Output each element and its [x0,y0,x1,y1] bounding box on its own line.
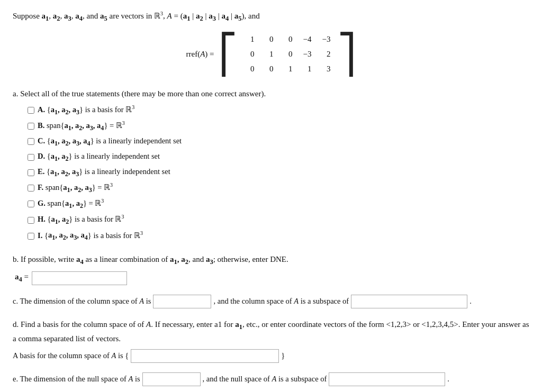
option-D: D. {a1, a2} is a linearly independent se… [28,150,529,164]
option-E: E. {a1, a2, a3} is a linearly independen… [28,166,529,179]
part-d: d. Find a basis for the column space of … [13,318,529,363]
part-d-basis-row: A basis for the column space of A is { } [13,349,529,363]
part-a-label: a. Select all of the true statements (th… [13,87,529,100]
basis-label: A basis for the column space of A is { [13,351,129,360]
part-b-label: b. If possible, write a4 as a linear com… [13,253,529,267]
part-e: e. The dimension of the null space of A … [13,372,529,386]
part-e-text2: , and the null space of A is a subspace … [203,372,327,386]
null-space-subspace-input[interactable] [329,372,445,386]
part-a: a. Select all of the true statements (th… [13,87,529,243]
part-c: c. The dimension of the column space of … [13,295,529,308]
option-G: G. span{a1, a2} = ℝ3 [28,197,529,211]
checkbox-B[interactable] [28,123,34,130]
part-d-label: d. Find a basis for the column space of … [13,318,529,345]
option-B: B. span{a1, a2, a3, a4} = ℝ3 [28,119,529,133]
part-c-text2: , and the column space of A is a subspac… [213,295,349,308]
option-I: I. {a1, a2, a3, a4} is a basis for ℝ3 [28,229,529,243]
checkbox-F[interactable] [28,185,34,192]
left-bracket: ⎡ [219,35,238,74]
a4-label: a4 = [15,272,29,284]
checkbox-H[interactable] [28,217,34,224]
checkbox-C[interactable] [28,138,34,145]
part-b-answer-row: a4 = [15,271,529,285]
option-F: F. span{a1, a2, a3} = ℝ3 [28,181,529,195]
checkbox-E[interactable] [28,169,34,176]
option-A: A. {a1, a2, a3} is a basis for ℝ3 [28,103,529,117]
rref-equation: rref(A) = ⎡ 100−4−3 010−32 00113 ⎤ [13,33,529,76]
checkbox-A[interactable] [28,107,34,114]
null-space-dim-input[interactable] [142,372,201,386]
basis-close-brace: } [281,351,285,360]
part-e-period: . [447,372,449,386]
a4-input[interactable] [32,271,127,285]
matrix-content: 100−4−3 010−32 00113 [240,33,335,76]
checkbox-I[interactable] [28,233,34,240]
col-space-subspace-input[interactable] [351,295,467,308]
checkbox-D[interactable] [28,154,34,161]
part-e-text1: e. The dimension of the null space of A … [13,372,140,386]
part-c-row: c. The dimension of the column space of … [13,295,529,308]
rref-label: rref(A) = [186,50,214,59]
col-space-dim-input[interactable] [153,295,211,308]
checkbox-G[interactable] [28,200,34,207]
right-bracket: ⎤ [337,35,356,74]
basis-input[interactable] [131,349,279,363]
options-list: A. {a1, a2, a3} is a basis for ℝ3 B. spa… [28,103,529,243]
option-H: H. {a1, a2} is a basis for ℝ3 [28,213,529,227]
part-c-text1: c. The dimension of the column space of … [13,295,151,308]
part-e-row: e. The dimension of the null space of A … [13,372,529,386]
intro: Suppose a1, a2, a3, a4, and a5 are vecto… [13,10,529,24]
part-b: b. If possible, write a4 as a linear com… [13,253,529,285]
option-C: C. {a1, a2, a3, a4} is a linearly indepe… [28,135,529,149]
part-c-period: . [469,295,472,308]
